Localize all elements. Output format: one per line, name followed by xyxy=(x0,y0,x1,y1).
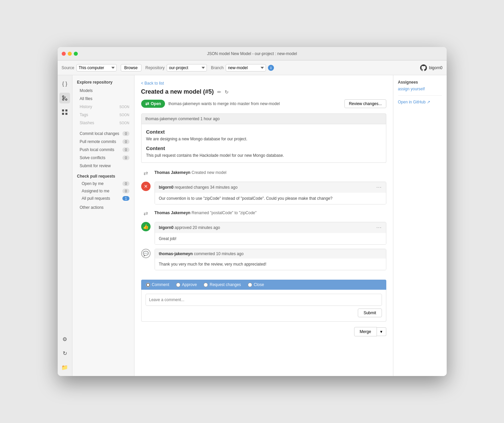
svg-point-0 xyxy=(65,99,67,100)
comment-input[interactable] xyxy=(146,294,382,306)
timeline-card-reject: bigorn0 requested changes 34 minutes ago… xyxy=(155,182,386,204)
timeline-card-body-comment: Thank you very much for the review, very… xyxy=(155,258,386,270)
timeline-options-btn-2[interactable]: ··· xyxy=(376,225,382,231)
timeline-renamed-icon: ⇄ xyxy=(141,208,151,218)
username: bigorn0 xyxy=(429,65,442,70)
pr-title-actions: ✏ ↻ xyxy=(217,89,229,95)
assignees-title: Assignees xyxy=(398,80,442,85)
branch-group: Branch new-model i xyxy=(211,64,274,72)
browse-button[interactable]: Browse xyxy=(121,64,142,72)
svg-rect-4 xyxy=(65,109,67,111)
open-github-link[interactable]: Open in GitHub ↗ xyxy=(398,100,442,104)
timeline-entry-renamed: ⇄ Thomas Jakemeyn Renamed "postalCode" t… xyxy=(141,208,386,218)
comment-body: Context We are designing a new Mongo dat… xyxy=(141,124,386,163)
git-icon-btn[interactable] xyxy=(59,93,70,103)
comment-header: thomas-jakemeyn commented 1 hour ago xyxy=(141,113,386,124)
repository-select[interactable]: our-project xyxy=(167,64,207,72)
context-body: We are designing a new Mongo database fo… xyxy=(146,137,381,141)
maximize-button[interactable] xyxy=(74,52,78,56)
assign-yourself-link[interactable]: assign yourself xyxy=(398,87,442,91)
back-to-list-link[interactable]: < Back to list xyxy=(141,81,164,86)
sidebar-item-submit[interactable]: Submit for review xyxy=(72,162,134,170)
timeline-entry-comment: 💬 thomas-jakemeyn commented 10 minutes a… xyxy=(141,249,386,270)
content-scroll: < Back to list Created a new model (#5) … xyxy=(134,75,393,376)
svg-rect-5 xyxy=(62,113,64,115)
sidebar-item-commit[interactable]: Commit local changes 0 xyxy=(72,130,134,138)
timeline-approve-icon: 👍 xyxy=(141,222,151,231)
github-user: bigorn0 xyxy=(420,64,442,71)
sidebar-item-other-actions[interactable]: Other actions xyxy=(72,203,134,211)
review-option-close[interactable]: Close xyxy=(248,282,264,287)
settings-icon-btn[interactable]: ⚙ xyxy=(59,334,70,344)
pr-status-bar: ⇄ Open thomas-jakemeyn wants to merge in… xyxy=(141,99,386,108)
window-title: JSON model New Model - our-project : new… xyxy=(207,51,297,56)
svg-point-2 xyxy=(62,99,64,100)
sidebar-item-all-prs[interactable]: All pull requests 1 xyxy=(72,195,134,202)
branch-label: Branch xyxy=(211,65,224,70)
comment-input-area: Submit xyxy=(141,290,386,322)
review-option-comment[interactable]: Comment xyxy=(146,282,169,287)
sidebar-item-tags: Tags SOON xyxy=(72,111,134,119)
review-option-approve[interactable]: Approve xyxy=(176,282,197,287)
timeline-comment-icon: 💬 xyxy=(141,249,151,258)
sidebar-icons: { } ⚙ ↻ 📁 xyxy=(58,75,72,376)
sidebar-item-open-by-me[interactable]: Open by me 0 xyxy=(72,180,134,187)
sidebar-item-assigned-to-me[interactable]: Assigned to me 0 xyxy=(72,187,134,195)
review-action-container: Comment Approve Request changes Clo xyxy=(141,280,386,322)
merge-icon: ⇄ xyxy=(145,101,149,106)
sidebar-divider xyxy=(398,95,442,96)
pull-requests-title: Check pull requests xyxy=(72,171,134,180)
titlebar: JSON model New Model - our-project : new… xyxy=(58,47,447,60)
pr-meta: thomas-jakemeyn wants to merge into mast… xyxy=(168,101,280,106)
content-area: < Back to list Created a new model (#5) … xyxy=(134,75,393,376)
submit-row: Submit xyxy=(146,309,382,317)
app-window: JSON model New Model - our-project : new… xyxy=(58,47,447,376)
sidebar-item-push[interactable]: Push local commits 0 xyxy=(72,146,134,154)
sidebar-item-models[interactable]: Models xyxy=(72,87,134,95)
minimize-button[interactable] xyxy=(68,52,72,56)
repository-group: Repository our-project xyxy=(146,64,207,72)
review-changes-button[interactable]: Review changes... xyxy=(344,99,386,108)
external-link-icon: ↗ xyxy=(427,100,430,104)
timeline-renamed-label: Thomas Jakemeyn Renamed "postalCode" to … xyxy=(155,208,257,215)
right-sidebar: Assignees assign yourself Open in GitHub… xyxy=(393,75,447,376)
review-option-request-changes[interactable]: Request changes xyxy=(204,282,241,287)
source-label: Source xyxy=(62,65,74,70)
refresh-pr-button[interactable]: ↻ xyxy=(224,89,229,95)
refresh-icon-btn[interactable]: ↻ xyxy=(59,348,70,359)
folder-icon-btn[interactable]: 📁 xyxy=(59,362,70,373)
grid-icon-btn[interactable] xyxy=(59,107,70,117)
context-title: Context xyxy=(146,129,381,135)
timeline-entry-approve: 👍 bigorn0 approved 20 minutes ago ··· Gr… xyxy=(141,222,386,245)
sidebar-item-allfiles[interactable]: All files xyxy=(72,95,134,103)
code-icon-btn[interactable]: { } xyxy=(59,79,70,89)
sidebar-item-pull[interactable]: Pull remote commits 0 xyxy=(72,138,134,146)
close-button[interactable] xyxy=(62,52,66,56)
timeline: ⇄ Thomas Jakemeyn Created new model ✕ bi… xyxy=(141,168,386,274)
explore-title: Explore repository xyxy=(72,78,134,87)
source-select[interactable]: This computer xyxy=(76,64,117,72)
svg-rect-3 xyxy=(62,109,64,111)
branch-select[interactable]: new-model xyxy=(226,64,266,72)
svg-point-1 xyxy=(62,96,64,97)
merge-button[interactable]: Merge xyxy=(354,327,377,336)
timeline-card-header-reject: bigorn0 requested changes 34 minutes ago… xyxy=(155,182,386,193)
traffic-lights xyxy=(62,52,78,56)
toolbar: Source This computer Browse Repository o… xyxy=(58,60,447,75)
timeline-merge-icon: ⇄ xyxy=(141,168,151,178)
status-badge: ⇄ Open xyxy=(141,100,165,108)
main-layout: { } ⚙ ↻ 📁 Explore repository xyxy=(58,75,447,376)
merge-dropdown-button[interactable]: ▼ xyxy=(377,327,386,336)
github-icon xyxy=(420,64,427,71)
repository-label: Repository xyxy=(146,65,165,70)
timeline-created-label: Thomas Jakemeyn Created new model xyxy=(155,168,227,175)
sidebar-nav: Explore repository Models All files Hist… xyxy=(72,75,134,376)
timeline-options-btn-1[interactable]: ··· xyxy=(376,184,382,190)
source-group: Source This computer xyxy=(62,64,117,72)
submit-button[interactable]: Submit xyxy=(358,309,382,317)
info-icon[interactable]: i xyxy=(268,65,274,71)
edit-title-button[interactable]: ✏ xyxy=(217,89,222,95)
review-action-bar: Comment Approve Request changes Clo xyxy=(141,280,386,290)
sidebar-item-conflicts[interactable]: Solve conflicts 0 xyxy=(72,154,134,162)
timeline-card-body-approve: Great job! xyxy=(155,233,386,244)
